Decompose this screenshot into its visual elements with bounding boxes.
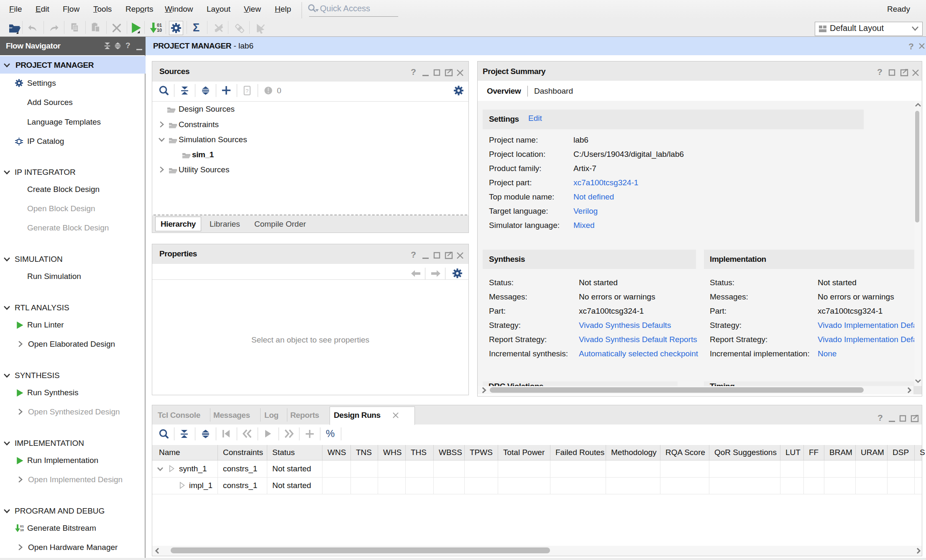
svg-text:01: 01 — [157, 23, 162, 28]
svg-text:10: 10 — [20, 528, 24, 532]
svg-text:01: 01 — [20, 524, 24, 528]
svg-text:?: ? — [246, 88, 248, 94]
svg-text:10: 10 — [157, 28, 162, 33]
